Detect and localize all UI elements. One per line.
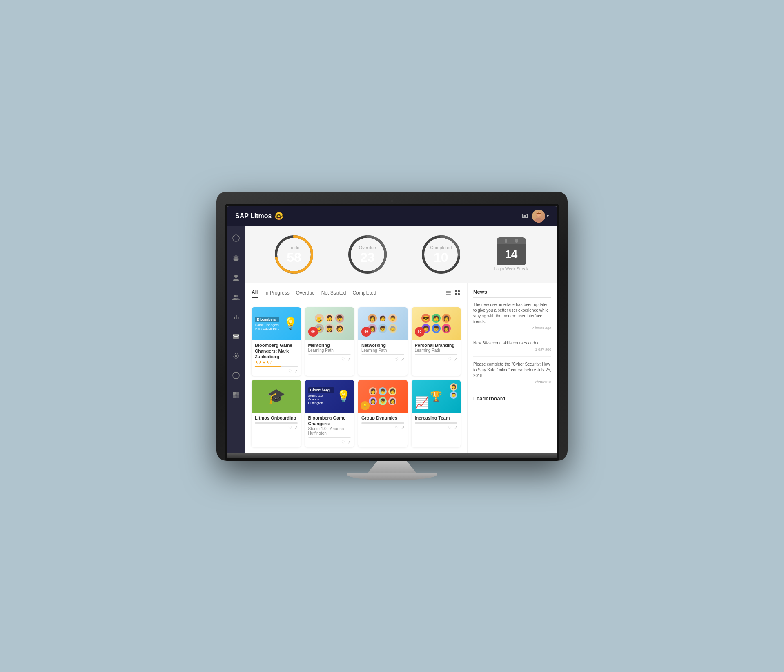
camera-dot <box>391 200 393 202</box>
todo-value: 58 <box>287 251 301 264</box>
course-card-branding[interactable]: 😎 🧑 👩 🧑 👦 👩 60 <box>412 307 461 376</box>
logo-icon: 🤓 <box>274 212 283 221</box>
svg-point-2 <box>536 212 541 217</box>
tabs-bar: All In Progress Overdue Not Started Comp… <box>252 290 461 301</box>
card-meta-mentoring: Mentoring Learning Path ♡ ↗ <box>305 340 354 364</box>
news-section: News The new user interface has been upd… <box>473 289 551 389</box>
tab-completed[interactable]: Completed <box>352 290 376 297</box>
screen: SAP Litmos 🤓 ✉ <box>227 206 557 453</box>
news-title: News <box>473 289 551 298</box>
stat-todo: To do 58 <box>274 234 314 275</box>
share-icon-networking[interactable]: ↗ <box>401 357 404 362</box>
share-icon-group[interactable]: ↗ <box>401 425 404 430</box>
sidebar-item-messages[interactable] <box>230 330 242 342</box>
main-content: All In Progress Overdue Not Started Comp… <box>245 283 467 453</box>
sidebar-item-integrations[interactable] <box>230 389 242 401</box>
like-icon-litmos[interactable]: ♡ <box>288 425 292 430</box>
card-actions: ♡ ↗ <box>255 369 298 373</box>
like-icon-networking[interactable]: ♡ <box>395 357 399 362</box>
course-progress-bar <box>255 366 298 367</box>
news-text-1: New 60-second skills courses added. <box>473 340 551 346</box>
sidebar-item-teams[interactable] <box>230 291 242 303</box>
right-sidebar: News The new user interface has been upd… <box>467 283 557 453</box>
course-grid: Bloomberg Game ChangersMark Zuckerberg 💡… <box>252 307 461 447</box>
course-subtitle-networking: Learning Path <box>361 348 404 353</box>
course-card-studio[interactable]: Bloomberg Studio 1.0Arianna Huffington 💡… <box>305 380 354 447</box>
mail-icon[interactable]: ✉ <box>522 212 528 221</box>
share-icon-branding[interactable]: ↗ <box>454 357 457 362</box>
todo-label: To do <box>288 245 299 250</box>
svg-rect-23 <box>446 291 451 292</box>
card-actions-mentoring: ♡ ↗ <box>308 357 351 362</box>
lightbulb-studio-icon: 💡 <box>336 389 351 403</box>
course-progress-bar-studio <box>308 437 351 438</box>
svg-point-7 <box>236 295 238 297</box>
user-menu[interactable]: ▾ <box>532 210 549 223</box>
news-text-0: The new user interface has been updated … <box>473 302 551 325</box>
course-card-group[interactable]: 👩 👨 🧑 👩 👦 👩 💡 <box>358 380 408 447</box>
course-subtitle-branding: Learning Path <box>415 348 458 353</box>
tab-all[interactable]: All <box>252 290 258 298</box>
svg-rect-13 <box>233 392 236 395</box>
completed-label: Completed <box>430 245 452 250</box>
svg-rect-24 <box>446 292 451 293</box>
card-actions-group: ♡ ↗ <box>361 425 404 430</box>
chevron-down-icon: ▾ <box>547 214 549 218</box>
sidebar-item-info[interactable]: i <box>230 232 242 244</box>
sidebar-item-about[interactable]: i <box>230 370 242 381</box>
like-icon[interactable]: ♡ <box>288 369 292 373</box>
overdue-value: 23 <box>360 251 375 264</box>
share-icon-litmos[interactable]: ↗ <box>294 425 298 430</box>
tab-not-started[interactable]: Not Started <box>321 290 346 297</box>
completed-value: 10 <box>434 251 448 264</box>
course-title-mentoring: Mentoring <box>308 342 351 348</box>
course-title-increasing: Increasing Team <box>415 415 458 421</box>
course-card-increasing[interactable]: 📈 👩 👨 🏆 <box>412 380 461 447</box>
sidebar-item-courses[interactable] <box>230 252 242 263</box>
top-nav: SAP Litmos 🤓 ✉ <box>227 206 557 226</box>
card-meta-group: Group Dynamics ♡ ↗ <box>358 413 408 432</box>
like-icon-studio[interactable]: ♡ <box>341 440 345 444</box>
tab-in-progress[interactable]: In Progress <box>264 290 289 297</box>
card-actions-networking: ♡ ↗ <box>361 357 404 362</box>
sidebar-item-users[interactable] <box>230 272 242 283</box>
course-card-networking[interactable]: 👩 🧑 👨 👩 👦 🧓 60 <box>358 307 408 376</box>
like-icon-group[interactable]: ♡ <box>395 425 399 430</box>
grid-view-button[interactable] <box>454 290 461 297</box>
news-time-1: 1 day ago <box>473 347 551 351</box>
card-actions-increasing: ♡ ↗ <box>415 425 458 430</box>
share-icon[interactable]: ↗ <box>294 369 298 373</box>
like-icon-increasing[interactable]: ♡ <box>448 425 452 430</box>
sixty-badge-branding: 60 <box>415 327 425 337</box>
tab-overdue[interactable]: Overdue <box>296 290 315 297</box>
course-card-bloomberg-zuckerberg[interactable]: Bloomberg Game ChangersMark Zuckerberg 💡… <box>252 307 301 376</box>
bloomberg-card-title: Game ChangersMark Zuckerberg <box>255 323 279 330</box>
screen-bezel: SAP Litmos 🤓 ✉ <box>225 204 559 461</box>
stat-completed: Completed 10 <box>421 234 461 275</box>
share-icon-mentoring[interactable]: ↗ <box>347 357 351 362</box>
svg-rect-27 <box>458 290 460 292</box>
svg-rect-29 <box>458 293 460 295</box>
like-icon-mentoring[interactable]: ♡ <box>341 357 345 362</box>
card-meta-increasing: Increasing Team ♡ ↗ <box>412 413 461 432</box>
course-progress-bar-group <box>361 422 404 424</box>
sidebar-item-settings[interactable] <box>230 350 242 362</box>
course-card-litmos[interactable]: 🎓 Litmos Onboarding <box>252 380 301 447</box>
svg-rect-14 <box>236 392 239 395</box>
logo: SAP Litmos 🤓 <box>235 212 283 221</box>
svg-rect-25 <box>446 294 451 295</box>
course-progress-bar-networking <box>361 354 404 355</box>
sidebar-item-reports[interactable] <box>230 311 242 322</box>
monitor-stand-neck <box>368 461 416 473</box>
card-meta-branding: Personal Branding Learning Path ♡ ↗ <box>412 340 461 364</box>
course-stars: ★★★★☆ <box>255 360 298 364</box>
monitor-stand-base <box>347 473 437 480</box>
like-icon-branding[interactable]: ♡ <box>448 357 452 362</box>
course-card-mentoring[interactable]: 👴 👩 👦 🧓 👩 🧑 60 <box>305 307 354 376</box>
share-icon-increasing[interactable]: ↗ <box>454 425 457 430</box>
list-view-button[interactable] <box>445 290 452 297</box>
course-title-studio: Bloomberg Game Changers: <box>308 415 351 427</box>
content-area: All In Progress Overdue Not Started Comp… <box>245 283 557 453</box>
course-progress-bar-increasing <box>415 422 458 424</box>
share-icon-studio[interactable]: ↗ <box>347 440 351 444</box>
